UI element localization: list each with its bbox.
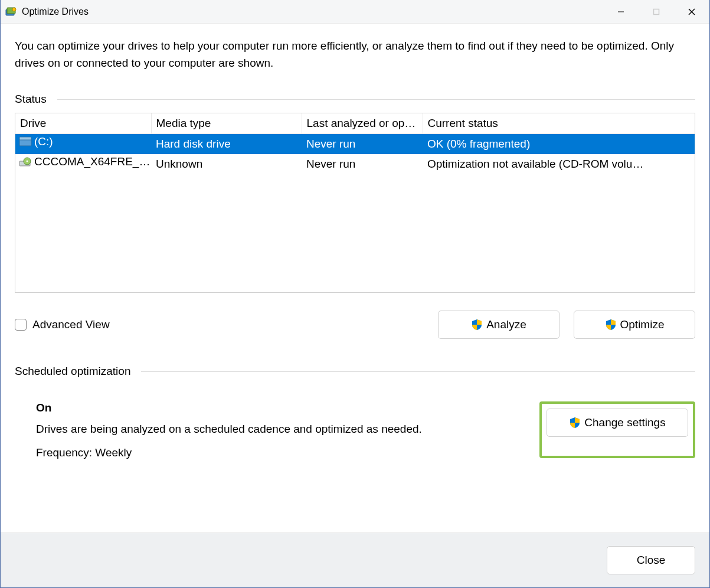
drives-table: Drive Media type Last analyzed or op… Cu… <box>15 113 695 293</box>
last-analyzed: Never run <box>302 154 423 174</box>
scheduled-frequency: Frequency: Weekly <box>36 446 539 459</box>
cd-icon <box>19 156 32 167</box>
current-status: Optimization not available (CD-ROM volu… <box>423 154 695 174</box>
col-header-drive[interactable]: Drive <box>15 113 151 134</box>
app-icon <box>5 6 17 18</box>
hdd-icon <box>19 136 32 147</box>
last-analyzed: Never run <box>302 134 423 154</box>
checkbox-icon <box>15 319 27 331</box>
table-row[interactable]: CCCOMA_X64FRE_… Unknown Never run Optimi… <box>15 154 695 174</box>
table-header-row: Drive Media type Last analyzed or op… Cu… <box>15 113 695 134</box>
footer: Close <box>1 533 709 587</box>
col-header-media[interactable]: Media type <box>151 113 302 134</box>
col-header-status[interactable]: Current status <box>423 113 695 134</box>
close-label: Close <box>637 554 666 567</box>
svg-point-2 <box>12 8 16 11</box>
advanced-view-checkbox[interactable]: Advanced View <box>15 318 110 331</box>
drive-name: (C:) <box>34 135 53 148</box>
optimize-button[interactable]: Optimize <box>574 311 695 339</box>
change-settings-highlight: Change settings <box>539 401 695 458</box>
scheduled-state: On <box>36 401 539 414</box>
scheduled-section-header: Scheduled optimization <box>15 365 695 378</box>
shield-icon <box>569 417 581 429</box>
svg-rect-4 <box>654 9 659 14</box>
svg-point-11 <box>27 160 28 162</box>
advanced-view-label: Advanced View <box>32 318 110 331</box>
scheduled-label: Scheduled optimization <box>15 365 130 378</box>
drive-name: CCCOMA_X64FRE_… <box>34 155 150 168</box>
media-type: Hard disk drive <box>151 134 302 154</box>
svg-rect-8 <box>19 137 31 140</box>
current-status: OK (0% fragmented) <box>423 134 695 154</box>
close-button[interactable]: Close <box>607 546 695 574</box>
analyze-button[interactable]: Analyze <box>438 311 560 339</box>
analyze-label: Analyze <box>486 318 526 331</box>
media-type: Unknown <box>151 154 302 174</box>
col-header-last[interactable]: Last analyzed or op… <box>302 113 423 134</box>
change-settings-button[interactable]: Change settings <box>547 409 688 437</box>
titlebar: Optimize Drives <box>1 0 709 24</box>
table-row[interactable]: (C:) Hard disk drive Never run OK (0% fr… <box>15 134 695 154</box>
close-window-button[interactable] <box>674 0 709 24</box>
shield-icon <box>605 319 617 331</box>
status-label: Status <box>15 93 47 106</box>
window-title: Optimize Drives <box>22 6 89 17</box>
description-text: You can optimize your drives to help you… <box>15 38 695 71</box>
maximize-button[interactable] <box>639 0 674 24</box>
minimize-button[interactable] <box>603 0 639 24</box>
status-section-header: Status <box>15 93 695 106</box>
shield-icon <box>471 319 483 331</box>
scheduled-description: Drives are being analyzed on a scheduled… <box>36 423 539 436</box>
optimize-label: Optimize <box>620 318 665 331</box>
change-settings-label: Change settings <box>584 416 665 429</box>
